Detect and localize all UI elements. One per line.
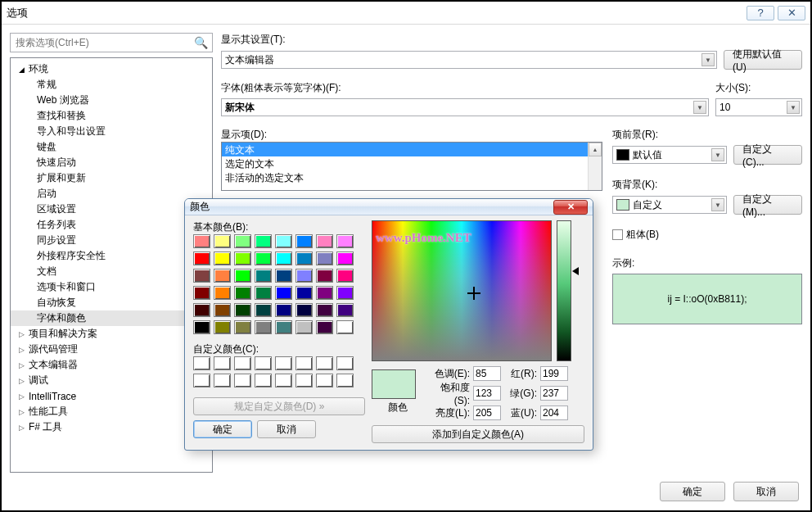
color-cell[interactable]	[336, 269, 354, 283]
tree-item[interactable]: 区域设置	[11, 202, 212, 217]
color-cell[interactable]	[193, 374, 210, 387]
size-combo[interactable]: 10▼	[715, 98, 802, 116]
green-input[interactable]	[540, 386, 568, 401]
tree-node[interactable]: ▷项目和解决方案	[11, 326, 212, 342]
tree-node-env[interactable]: ◢环境	[11, 61, 212, 77]
tree-item-fonts-colors[interactable]: 字体和颜色	[11, 310, 212, 326]
color-cell[interactable]	[336, 251, 354, 265]
color-cell[interactable]	[336, 374, 354, 387]
color-cell[interactable]	[234, 374, 251, 387]
tree-item[interactable]: 查找和替换	[11, 108, 212, 124]
tree-item[interactable]: 外接程序安全性	[11, 248, 212, 264]
close-icon[interactable]: ✕	[553, 200, 588, 215]
search-input[interactable]	[10, 33, 213, 52]
color-cell[interactable]	[214, 251, 231, 265]
list-item[interactable]: 选定的文本	[222, 156, 602, 170]
color-ok-button[interactable]: 确定	[193, 420, 252, 438]
color-cell[interactable]	[234, 286, 251, 300]
color-cell[interactable]	[255, 356, 272, 370]
cancel-button[interactable]: 取消	[733, 482, 799, 501]
color-cell[interactable]	[214, 374, 231, 387]
color-cell[interactable]	[275, 234, 292, 248]
lum-input[interactable]	[473, 406, 501, 420]
tree-item[interactable]: 键盘	[11, 139, 212, 155]
color-cell[interactable]	[275, 356, 292, 370]
tree-item[interactable]: Web 浏览器	[11, 93, 212, 108]
font-combo[interactable]: 新宋体▼	[221, 98, 709, 116]
tree-item[interactable]: 快速启动	[11, 155, 212, 170]
hue-input[interactable]	[473, 366, 501, 381]
color-cell[interactable]	[255, 234, 272, 248]
color-cell[interactable]	[255, 286, 272, 300]
tree-item[interactable]: 常规	[11, 77, 212, 93]
color-cell[interactable]	[193, 269, 210, 283]
color-cell[interactable]	[295, 356, 313, 370]
color-cell[interactable]	[275, 374, 292, 387]
tree-item[interactable]: 选项卡和窗口	[11, 279, 212, 295]
color-cell[interactable]	[295, 303, 313, 317]
item-foreground-combo[interactable]: 默认值▼	[612, 146, 727, 164]
color-cell[interactable]	[316, 251, 333, 265]
color-cell[interactable]	[214, 286, 231, 300]
color-cell[interactable]	[193, 320, 210, 334]
color-cell[interactable]	[275, 251, 292, 265]
list-item[interactable]: 非活动的选定文本	[222, 170, 602, 184]
color-cell[interactable]	[316, 320, 333, 334]
custom-bg-button[interactable]: 自定义(M)...	[733, 195, 802, 215]
color-cell[interactable]	[234, 320, 251, 334]
color-cell[interactable]	[295, 234, 313, 248]
color-cell[interactable]	[214, 303, 231, 317]
blue-input[interactable]	[540, 406, 568, 420]
color-cell[interactable]	[295, 251, 313, 265]
crosshair-icon[interactable]	[469, 288, 479, 298]
color-cell[interactable]	[275, 286, 292, 300]
item-background-combo[interactable]: 自定义▼	[612, 196, 727, 214]
basic-colors-grid[interactable]	[193, 234, 365, 334]
color-cell[interactable]	[234, 234, 251, 248]
display-items-list[interactable]: 纯文本 选定的文本 非活动的选定文本 ▲	[221, 142, 602, 191]
color-cell[interactable]	[316, 374, 333, 387]
red-input[interactable]	[540, 366, 568, 381]
bold-checkbox[interactable]: 粗体(B)	[612, 228, 802, 242]
tree-item[interactable]: 扩展和更新	[11, 170, 212, 186]
define-custom-button[interactable]: 规定自定义颜色(D) »	[193, 397, 365, 415]
list-item[interactable]: 纯文本	[222, 143, 602, 156]
luminance-slider[interactable]	[557, 220, 571, 361]
tree-item[interactable]: 自动恢复	[11, 295, 212, 310]
color-cell[interactable]	[234, 303, 251, 317]
color-cell[interactable]	[214, 269, 231, 283]
color-cell[interactable]	[275, 303, 292, 317]
color-cell[interactable]	[255, 374, 272, 387]
use-defaults-button[interactable]: 使用默认值(U)	[724, 50, 802, 70]
color-cancel-button[interactable]: 取消	[257, 420, 316, 438]
color-cell[interactable]	[214, 320, 231, 334]
color-cell[interactable]	[214, 356, 231, 370]
tree-node[interactable]: ▷F# 工具	[11, 419, 212, 435]
tree-item[interactable]: 任务列表	[11, 217, 212, 233]
color-cell[interactable]	[295, 286, 313, 300]
tree-item[interactable]: 文档	[11, 264, 212, 279]
color-cell[interactable]	[336, 303, 354, 317]
color-cell[interactable]	[316, 286, 333, 300]
color-cell[interactable]	[295, 269, 313, 283]
color-cell[interactable]	[275, 320, 292, 334]
color-cell[interactable]	[234, 356, 251, 370]
color-cell[interactable]	[234, 251, 251, 265]
color-cell[interactable]	[316, 303, 333, 317]
color-cell[interactable]	[295, 374, 313, 387]
close-button[interactable]: ✕	[778, 6, 805, 20]
nav-tree[interactable]: ◢环境 常规 Web 浏览器 查找和替换 导入和导出设置 键盘 快速启动 扩展和…	[10, 57, 213, 473]
color-cell[interactable]	[336, 286, 354, 300]
tree-node[interactable]: ▷源代码管理	[11, 342, 212, 357]
custom-colors-grid[interactable]	[193, 356, 365, 387]
scrollbar[interactable]: ▲	[588, 143, 602, 190]
color-cell[interactable]	[295, 320, 313, 334]
color-cell[interactable]	[234, 269, 251, 283]
color-cell[interactable]	[193, 234, 210, 248]
custom-fg-button[interactable]: 自定义(C)...	[733, 145, 802, 165]
color-cell[interactable]	[193, 303, 210, 317]
color-cell[interactable]	[214, 234, 231, 248]
tree-node[interactable]: ▷性能工具	[11, 404, 212, 419]
add-custom-color-button[interactable]: 添加到自定义颜色(A)	[372, 425, 584, 443]
color-cell[interactable]	[336, 234, 354, 248]
